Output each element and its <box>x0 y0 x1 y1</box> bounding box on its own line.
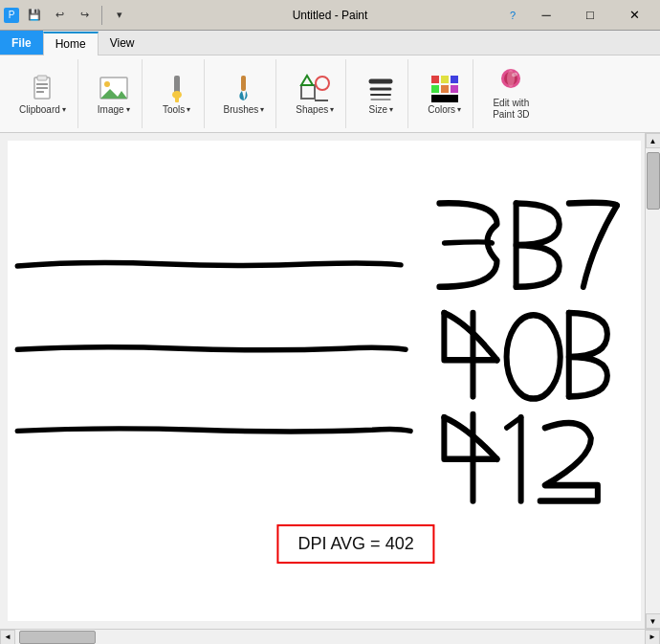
customize-qat-button[interactable]: ▾ <box>108 4 131 27</box>
svg-rect-10 <box>175 95 179 102</box>
ribbon-group-tools: Tools ▾ <box>150 59 205 128</box>
image-icon <box>99 74 129 104</box>
ribbon-tabs: File Home View <box>0 31 660 56</box>
paint3d-buttons: Edit withPaint 3D <box>489 63 533 124</box>
horizontal-scrollbar[interactable]: ◄ ► <box>0 629 660 644</box>
window-title: Untitled - Paint <box>293 9 368 22</box>
scroll-thumb-h[interactable] <box>19 631 96 644</box>
clipboard-button[interactable]: Clipboard ▾ <box>15 72 70 117</box>
minimize-button[interactable]: ─ <box>524 0 568 31</box>
svg-rect-25 <box>451 85 458 93</box>
brushes-icon <box>229 74 259 104</box>
colors-icon <box>429 74 460 104</box>
paint3d-label: Edit withPaint 3D <box>493 98 529 121</box>
ribbon: File Home View <box>0 31 660 133</box>
svg-point-13 <box>316 77 329 90</box>
undo-qat-button[interactable]: ↩ <box>48 4 71 27</box>
svg-rect-1 <box>37 76 47 80</box>
colors-label: Colors ▾ <box>428 104 461 115</box>
svg-rect-26 <box>431 95 458 102</box>
clipboard-buttons: Clipboard ▾ <box>15 63 70 124</box>
colors-button[interactable]: Colors ▾ <box>424 72 465 117</box>
size-icon <box>365 74 396 104</box>
svg-point-30 <box>507 315 561 398</box>
scroll-right-button[interactable]: ► <box>645 630 660 645</box>
tools-label: Tools ▾ <box>163 104 190 115</box>
tab-view[interactable]: View <box>99 31 146 55</box>
svg-rect-23 <box>431 85 439 93</box>
scroll-down-button[interactable]: ▼ <box>646 613 661 629</box>
tools-icon <box>162 74 192 104</box>
tools-button[interactable]: Tools ▾ <box>158 72 196 117</box>
svg-rect-21 <box>441 76 449 83</box>
paint-canvas[interactable]: DPI AVG = 402 <box>8 141 641 621</box>
app-icon: P <box>4 8 19 23</box>
ribbon-group-brushes: Brushes ▾ <box>212 59 277 128</box>
brushes-buttons: Brushes ▾ <box>220 63 269 124</box>
close-button[interactable]: ✕ <box>612 0 656 31</box>
tab-home[interactable]: Home <box>43 32 99 56</box>
svg-rect-2 <box>36 83 48 85</box>
titlebar-left: P 💾 ↩ ↪ ▾ <box>4 4 131 27</box>
svg-rect-4 <box>36 91 44 93</box>
shapes-button[interactable]: Shapes ▾ <box>292 72 338 117</box>
svg-marker-15 <box>301 76 313 85</box>
scroll-up-button[interactable]: ▲ <box>646 133 661 148</box>
colors-buttons: Colors ▾ <box>424 63 465 124</box>
ribbon-content: Clipboard ▾ I <box>0 56 660 132</box>
redo-qat-button[interactable]: ↪ <box>73 4 96 27</box>
svg-rect-24 <box>441 85 449 93</box>
ribbon-group-paint3d: Edit withPaint 3D <box>481 59 540 128</box>
dpi-avg-text: DPI AVG = 402 <box>297 534 413 553</box>
image-button[interactable]: Image ▾ <box>94 72 134 117</box>
shapes-icon <box>299 74 330 104</box>
save-qat-button[interactable]: 💾 <box>23 4 46 27</box>
scroll-left-button[interactable]: ◄ <box>0 630 15 645</box>
canvas-container: DPI AVG = 402 ▲ ▼ ◄ ► <box>0 133 660 644</box>
window-controls: ? ─ □ ✕ <box>501 0 656 31</box>
paint3d-icon <box>495 67 526 98</box>
maximize-button[interactable]: □ <box>568 0 612 31</box>
shapes-label: Shapes ▾ <box>296 104 334 115</box>
size-buttons: Size ▾ <box>362 63 400 124</box>
brushes-label: Brushes ▾ <box>224 104 265 115</box>
ribbon-group-size: Size ▾ <box>354 59 408 128</box>
svg-rect-20 <box>431 76 439 83</box>
dpi-avg-box: DPI AVG = 402 <box>276 524 434 564</box>
shapes-buttons: Shapes ▾ <box>292 63 338 124</box>
clipboard-label: Clipboard ▾ <box>19 104 66 115</box>
tools-buttons: Tools ▾ <box>158 63 196 124</box>
clipboard-icon <box>27 74 57 104</box>
svg-rect-12 <box>301 85 315 99</box>
help-button[interactable]: ? <box>501 4 524 27</box>
canvas-scroll-area: DPI AVG = 402 ▲ ▼ <box>0 133 660 629</box>
edit-with-paint3d-button[interactable]: Edit withPaint 3D <box>489 65 533 122</box>
vertical-scrollbar[interactable]: ▲ ▼ <box>645 133 660 629</box>
image-label: Image ▾ <box>98 104 130 115</box>
ribbon-group-image: Image ▾ <box>86 59 143 128</box>
tab-file[interactable]: File <box>0 31 43 55</box>
quick-access-toolbar: 💾 ↩ ↪ ▾ <box>23 4 131 27</box>
size-label: Size ▾ <box>368 104 392 115</box>
size-button[interactable]: Size ▾ <box>362 72 400 117</box>
ribbon-group-clipboard: Clipboard ▾ <box>8 59 78 128</box>
svg-rect-11 <box>241 76 246 91</box>
brushes-button[interactable]: Brushes ▾ <box>220 72 269 117</box>
titlebar: P 💾 ↩ ↪ ▾ Untitled - Paint ? ─ □ ✕ <box>0 0 660 31</box>
ribbon-group-colors: Colors ▾ <box>416 59 473 128</box>
svg-point-6 <box>104 81 110 87</box>
qat-divider <box>101 6 102 25</box>
scroll-thumb-v[interactable] <box>647 152 660 210</box>
image-buttons: Image ▾ <box>94 63 134 124</box>
svg-rect-3 <box>36 87 48 89</box>
scroll-track-h <box>15 630 645 644</box>
svg-rect-22 <box>451 76 458 83</box>
ribbon-group-shapes: Shapes ▾ <box>284 59 346 128</box>
